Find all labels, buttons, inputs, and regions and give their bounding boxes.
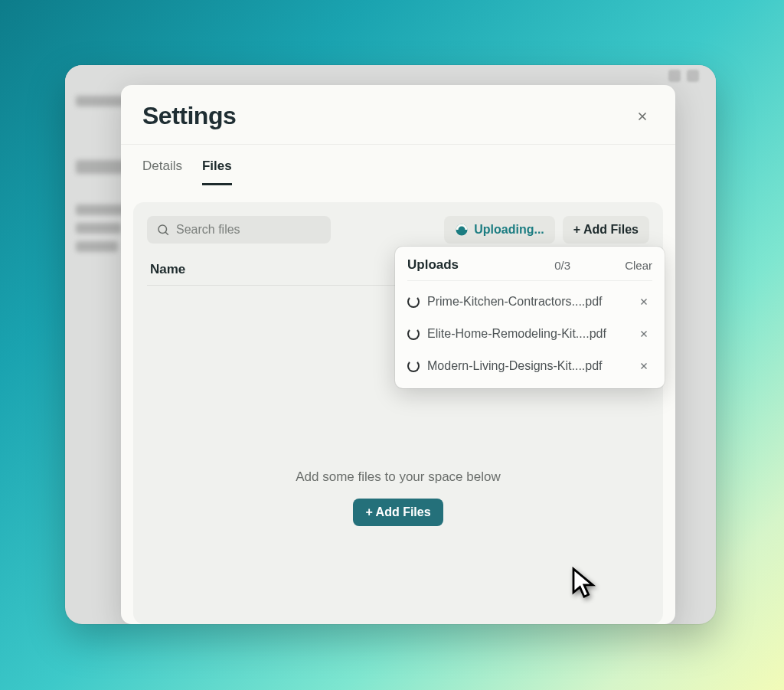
upload-status-label: Uploading... — [474, 223, 544, 237]
upload-cancel-button[interactable] — [635, 358, 652, 374]
close-button[interactable] — [631, 105, 654, 128]
upload-row: Prime-Kitchen-Contractors....pdf — [407, 286, 652, 318]
tab-details[interactable]: Details — [142, 159, 182, 185]
upload-filename: Elite-Home-Remodeling-Kit....pdf — [427, 327, 628, 341]
search-field-wrapper[interactable] — [147, 216, 331, 244]
panel-toolbar: Uploading... + Add Files — [147, 216, 649, 244]
tabs-bar: Details Files — [121, 145, 675, 185]
upload-row: Elite-Home-Remodeling-Kit....pdf — [407, 318, 652, 350]
add-files-button-top[interactable]: + Add Files — [563, 216, 649, 244]
empty-message: Add some files to your space below — [147, 469, 649, 485]
close-icon — [639, 296, 649, 307]
uploads-popover: Uploads 0/3 Clear Prime-Kitchen-Contract… — [395, 247, 665, 388]
window-topbar — [65, 65, 716, 87]
search-icon — [156, 223, 170, 237]
upload-filename: Modern-Living-Designs-Kit....pdf — [427, 359, 628, 373]
upload-cancel-button[interactable] — [635, 293, 652, 310]
uploads-count: 0/3 — [554, 259, 570, 272]
spinner-icon — [407, 296, 420, 308]
close-icon — [639, 329, 649, 339]
upload-status-button[interactable]: Uploading... — [444, 216, 555, 244]
close-icon — [639, 361, 649, 371]
modal-header: Settings — [121, 85, 675, 145]
svg-point-0 — [158, 225, 167, 234]
tab-files[interactable]: Files — [202, 159, 232, 185]
spinner-badge-icon — [455, 223, 469, 237]
uploads-popover-header: Uploads 0/3 Clear — [407, 257, 652, 281]
uploads-clear-button[interactable]: Clear — [625, 259, 652, 272]
uploads-title: Uploads — [407, 257, 459, 273]
modal-title: Settings — [142, 102, 236, 130]
spinner-icon — [407, 328, 420, 340]
settings-modal: Settings Details Files Uploading... + Ad — [121, 85, 675, 624]
window-controls-blurred — [668, 70, 699, 82]
close-icon — [635, 110, 649, 123]
app-window: Settings Details Files Uploading... + Ad — [65, 65, 716, 624]
spinner-icon — [407, 360, 420, 372]
upload-cancel-button[interactable] — [635, 325, 652, 342]
add-files-button-center[interactable]: + Add Files — [353, 499, 443, 526]
upload-filename: Prime-Kitchen-Contractors....pdf — [427, 295, 628, 309]
search-input[interactable] — [176, 223, 322, 237]
files-panel: Uploading... + Add Files Name Add some f… — [133, 202, 663, 624]
upload-row: Modern-Living-Designs-Kit....pdf — [407, 350, 652, 382]
empty-state: Add some files to your space below + Add… — [147, 469, 649, 526]
